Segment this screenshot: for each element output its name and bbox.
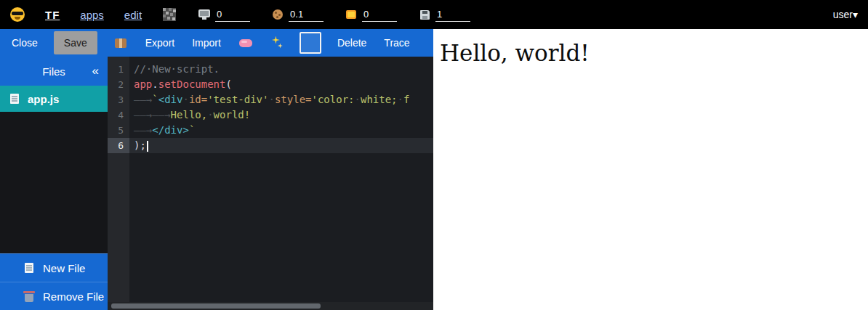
line-number: 5 [108, 123, 129, 138]
apps-link[interactable]: apps [80, 9, 104, 21]
file-item-label: app.js [28, 93, 59, 105]
new-file-label: New File [43, 262, 85, 274]
soap-button[interactable] [237, 33, 254, 53]
close-button[interactable]: Close [10, 34, 39, 52]
new-file-icon [22, 261, 36, 275]
delete-button[interactable]: Delete [336, 34, 368, 52]
remove-file-label: Remove File [43, 290, 104, 303]
line-number: 2 [108, 77, 129, 92]
blank-swatch-button[interactable] [300, 32, 321, 54]
file-document-icon [7, 91, 22, 106]
counter-cookie [270, 7, 324, 22]
top-bar: TF apps edit user▾ [0, 0, 868, 29]
main-area: Close Save Export Import Delete Trace Fi… [0, 29, 868, 310]
code-editor[interactable]: 1//·New·script.2app.setDocument(3——→`<di… [108, 57, 433, 310]
collapse-sidebar-button[interactable]: « [92, 64, 99, 78]
edit-link[interactable]: edit [124, 9, 142, 21]
export-button[interactable]: Export [144, 34, 176, 52]
counter-ledger [344, 7, 397, 22]
floppy-disk-icon [417, 7, 432, 22]
new-file-button[interactable]: New File [0, 253, 108, 282]
file-item-appjs[interactable]: app.js [0, 86, 108, 112]
editor-toolbar: Close Save Export Import Delete Trace [0, 29, 433, 57]
counter-monitor [197, 7, 250, 22]
horizontal-scrollbar-track[interactable] [108, 302, 433, 310]
files-header: Files « [0, 57, 108, 86]
monitor-icon [197, 7, 212, 22]
remove-file-button[interactable]: Remove File [0, 282, 108, 310]
user-menu[interactable]: user▾ [833, 9, 858, 20]
code-line-2[interactable]: 2app.setDocument( [108, 77, 433, 92]
sparkles-button[interactable] [269, 33, 285, 54]
counter-floppy [417, 7, 470, 22]
editor-panel: Close Save Export Import Delete Trace Fi… [0, 29, 433, 310]
preview-hello-text: Hello, world! [440, 40, 868, 66]
horizontal-scrollbar-thumb[interactable] [111, 303, 321, 309]
package-button[interactable] [112, 33, 129, 53]
code-area[interactable]: 1//·New·script.2app.setDocument(3——→`<di… [108, 57, 433, 153]
code-line-3[interactable]: 3——→`<div·id='test-div'·style='color:·wh… [108, 92, 433, 107]
save-button[interactable]: Save [54, 31, 97, 54]
file-list-empty-area [0, 112, 108, 253]
line-number: 3 [108, 92, 129, 107]
line-number: 4 [108, 107, 129, 123]
sunglasses-face-icon [10, 7, 25, 22]
package-box-icon [113, 36, 128, 50]
cookie-count-input[interactable] [289, 7, 324, 22]
save-count-input[interactable] [435, 7, 470, 22]
cookie-icon [270, 7, 285, 22]
ledger-count-input[interactable] [362, 7, 397, 22]
ledger-icon [344, 7, 358, 22]
line-number: 1 [108, 62, 129, 77]
line-number: 6 [108, 138, 129, 153]
code-line-6[interactable]: 6); [108, 138, 433, 153]
trace-button[interactable]: Trace [382, 34, 411, 52]
code-line-5[interactable]: 5——→</div>` [108, 123, 433, 138]
files-header-label: Files [42, 65, 65, 78]
trash-icon [22, 289, 36, 303]
soap-icon [238, 36, 253, 50]
workspace: Files « app.js New File Remove File [0, 57, 433, 310]
sparkles-icon [270, 36, 284, 49]
code-line-4[interactable]: 4——→——→Hello,·world! [108, 107, 433, 123]
text-cursor [147, 141, 148, 152]
pixel-art-icon[interactable] [162, 7, 177, 22]
document-preview: Hello, world! [433, 29, 868, 310]
import-button[interactable]: Import [190, 34, 222, 52]
brand-link-tf[interactable]: TF [45, 9, 60, 21]
files-sidebar: Files « app.js New File Remove File [0, 57, 108, 310]
monitor-count-input[interactable] [215, 7, 250, 22]
code-line-1[interactable]: 1//·New·script. [108, 62, 433, 77]
